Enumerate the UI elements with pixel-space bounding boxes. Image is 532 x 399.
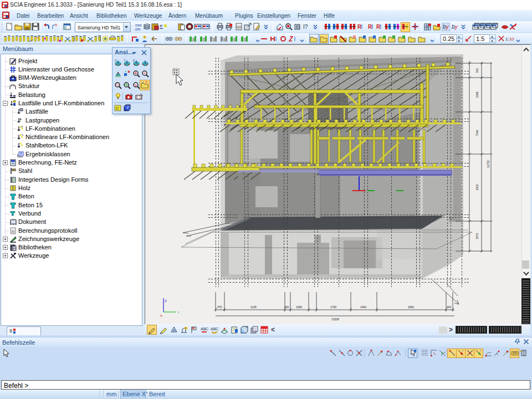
svg-text:X: X xyxy=(160,314,162,318)
svg-text:2266: 2266 xyxy=(475,91,479,98)
svg-text:1135: 1135 xyxy=(250,305,257,309)
svg-text:R: R xyxy=(135,84,137,87)
svg-text:Σ: Σ xyxy=(160,23,163,30)
svg-text:250: 250 xyxy=(284,305,289,309)
svg-text:Z: Z xyxy=(133,59,135,62)
svg-text:2875: 2875 xyxy=(475,233,479,239)
svg-text:1790: 1790 xyxy=(330,305,336,309)
svg-text:11792: 11792 xyxy=(487,160,490,168)
svg-text:R: R xyxy=(376,24,381,30)
svg-text:Y: Y xyxy=(124,59,126,62)
svg-text:1400: 1400 xyxy=(360,305,366,309)
svg-text:ABC: ABC xyxy=(201,327,208,331)
svg-text:3300: 3300 xyxy=(475,184,479,190)
svg-text:9: 9 xyxy=(9,328,12,334)
svg-text:13208: 13208 xyxy=(331,318,339,321)
svg-text:R: R xyxy=(368,24,372,30)
svg-text:1080: 1080 xyxy=(296,305,302,309)
svg-text:R: R xyxy=(357,24,362,30)
svg-text:I?: I? xyxy=(303,24,308,30)
svg-text:Y: Y xyxy=(177,311,180,314)
svg-text:by: by xyxy=(443,24,449,30)
svg-text:475: 475 xyxy=(217,305,222,309)
svg-text:7540: 7540 xyxy=(475,130,479,136)
svg-text:mm: mm xyxy=(135,23,142,27)
svg-text:591: 591 xyxy=(475,68,479,73)
svg-text:C: C xyxy=(116,106,119,111)
svg-text:cm: cm xyxy=(135,27,141,31)
svg-text:X: X xyxy=(115,59,117,62)
svg-text:1800: 1800 xyxy=(408,305,414,309)
svg-text:by: by xyxy=(452,24,458,30)
svg-text:ABC: ABC xyxy=(211,327,218,331)
svg-text:Z: Z xyxy=(165,299,167,303)
svg-text:400: 400 xyxy=(447,305,452,309)
